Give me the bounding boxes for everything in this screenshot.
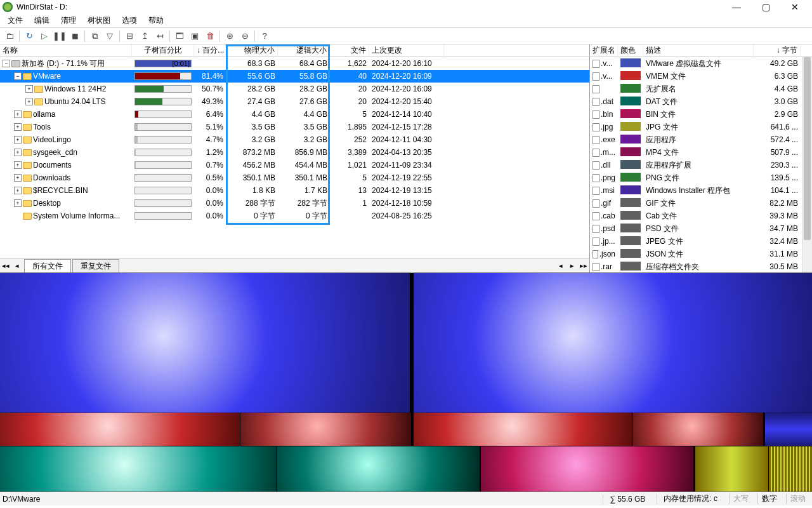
copy-icon[interactable]: ⧉ xyxy=(88,29,102,43)
tree-row[interactable]: −新加卷 (D:) - 71.1% 可用[0:01]68.3 GB68.4 GB… xyxy=(0,57,589,70)
help-icon[interactable]: ? xyxy=(258,29,272,43)
refresh-icon[interactable]: ↻ xyxy=(22,29,36,43)
tree-header-5[interactable]: 文件 xyxy=(330,44,369,57)
treemap-block[interactable] xyxy=(481,446,693,491)
play-icon[interactable]: ▷ xyxy=(37,29,51,43)
stop-icon[interactable]: ◼ xyxy=(68,29,82,43)
ext-row[interactable]: .datDAT 文件3.0 GB xyxy=(590,95,812,108)
expander-icon[interactable]: + xyxy=(14,110,22,118)
tree-row[interactable]: +Downloads0.5%350.1 MB350.1 MB52024-12-1… xyxy=(0,171,589,184)
expand-icon[interactable]: ⊟ xyxy=(122,29,136,43)
tree-header-1[interactable]: 子树百分比 xyxy=(132,44,194,57)
tree-row[interactable]: +ollama6.4%4.4 GB4.4 GB52024-12-14 10:40 xyxy=(0,108,589,121)
menu-2[interactable]: 清理 xyxy=(56,14,81,27)
expander-icon[interactable]: + xyxy=(14,149,22,156)
menu-5[interactable]: 帮助 xyxy=(143,14,169,27)
ext-header-0[interactable]: 扩展名 xyxy=(590,44,618,57)
expander-icon[interactable]: − xyxy=(14,72,22,80)
ext-row[interactable]: 无扩展名4.4 GB xyxy=(590,83,812,95)
menu-0[interactable]: 文件 xyxy=(3,14,28,27)
treemap-block[interactable] xyxy=(0,413,240,446)
treemap-block[interactable] xyxy=(414,413,633,446)
ext-row[interactable]: .v...VMEM 文件6.3 GB xyxy=(590,70,812,83)
expander-icon[interactable]: + xyxy=(25,98,33,105)
ext-row[interactable]: .binBIN 文件2.9 GB xyxy=(590,108,812,121)
expander-icon[interactable]: − xyxy=(3,60,10,67)
ext-header-1[interactable]: 颜色 xyxy=(618,44,643,57)
minimize-button[interactable]: ― xyxy=(722,0,751,14)
tab-scroll-last[interactable]: ▸▸ xyxy=(578,260,589,272)
expander-icon[interactable]: + xyxy=(25,85,33,93)
treemap-block[interactable] xyxy=(240,413,411,446)
cmd-icon[interactable]: ▣ xyxy=(188,29,202,43)
close-button[interactable]: ✕ xyxy=(780,0,809,14)
delete-icon[interactable]: 🗑 xyxy=(203,29,217,43)
tab-scroll-next[interactable]: ▸ xyxy=(566,260,578,272)
ext-body[interactable]: .v...VMware 虚拟磁盘文件49.2 GB.v...VMEM 文件6.3… xyxy=(590,57,812,272)
menu-3[interactable]: 树状图 xyxy=(82,14,115,27)
tree-row[interactable]: +Tools5.1%3.5 GB3.5 GB1,8952024-12-15 17… xyxy=(0,121,589,133)
explorer-icon[interactable]: 🗔 xyxy=(173,29,187,43)
ext-row[interactable]: .m...MP4 文件507.9 ... xyxy=(590,146,812,159)
treemap[interactable] xyxy=(0,273,812,491)
pause-icon[interactable]: ❚❚ xyxy=(53,29,67,43)
ext-row[interactable]: .v...VMware 虚拟磁盘文件49.2 GB xyxy=(590,57,812,70)
tree-row[interactable]: +sysgeek_cdn1.2%873.2 MB856.9 MB3,389202… xyxy=(0,146,589,159)
expander-icon[interactable]: + xyxy=(14,199,22,207)
treemap-block[interactable] xyxy=(765,413,812,446)
treemap-block[interactable] xyxy=(414,273,812,413)
tree-row[interactable]: +Windows 11 24H250.7%28.2 GB28.2 GB20202… xyxy=(0,83,589,95)
zoom-out-icon[interactable]: ⊖ xyxy=(238,29,252,43)
ext-row[interactable]: .rar压缩存档文件夹30.5 MB xyxy=(590,260,812,272)
treemap-block[interactable] xyxy=(0,273,410,413)
tab-all-files[interactable]: 所有文件 xyxy=(24,259,71,273)
nav-up-icon[interactable]: ↥ xyxy=(138,29,152,43)
open-icon[interactable]: 🗀 xyxy=(3,29,16,43)
ext-row[interactable]: .jpgJPG 文件641.6 ... xyxy=(590,121,812,133)
tree-row[interactable]: +Documents0.7%456.2 MB454.4 MB1,0212024-… xyxy=(0,159,589,171)
treemap-block[interactable] xyxy=(277,446,480,491)
maximize-button[interactable]: ▢ xyxy=(751,0,780,14)
treemap-block[interactable] xyxy=(633,413,763,446)
tree-body[interactable]: −新加卷 (D:) - 71.1% 可用[0:01]68.3 GB68.4 GB… xyxy=(0,57,589,258)
tree-row[interactable]: +Desktop0.0%288 字节282 字节12024-12-18 10:5… xyxy=(0,197,589,210)
ext-row[interactable]: .exe应用程序572.4 ... xyxy=(590,133,812,146)
tree-row[interactable]: System Volume Informa...0.0%0 字节0 字节2024… xyxy=(0,210,589,222)
tree-row[interactable]: +VideoLingo4.7%3.2 GB3.2 GB2522024-12-11… xyxy=(0,133,589,146)
ext-row[interactable]: .msiWindows Installer 程序包104.1 ... xyxy=(590,184,812,197)
tree-column-header[interactable]: 名称子树百分比↓ 百分...物理大小逻辑大小文件上次更改 xyxy=(0,44,589,57)
tab-scroll-next-left[interactable]: ◂ xyxy=(555,260,566,272)
treemap-block[interactable] xyxy=(0,446,276,491)
tree-header-6[interactable]: 上次更改 xyxy=(369,44,444,57)
expander-icon[interactable]: + xyxy=(14,187,22,194)
tab-scroll-first[interactable]: ◂◂ xyxy=(0,260,11,272)
menu-4[interactable]: 选项 xyxy=(117,14,142,27)
ext-row[interactable]: .jp...JPEG 文件32.4 MB xyxy=(590,235,812,248)
expander-icon[interactable]: + xyxy=(14,161,22,169)
tree-row[interactable]: −VMware81.4%55.6 GB55.8 GB402024-12-20 1… xyxy=(0,70,589,83)
treemap-block[interactable] xyxy=(695,446,768,491)
tree-row[interactable]: +Ubuntu 24.04 LTS49.3%27.4 GB27.6 GB2020… xyxy=(0,95,589,108)
zoom-in-icon[interactable]: ⊕ xyxy=(223,29,237,43)
ext-row[interactable]: .dll应用程序扩展230.3 ... xyxy=(590,159,812,171)
treemap-block[interactable] xyxy=(769,446,812,491)
ext-scrollbar[interactable] xyxy=(802,57,812,272)
filter-icon[interactable]: ▽ xyxy=(103,29,117,43)
ext-row[interactable]: .cabCab 文件39.3 MB xyxy=(590,210,812,222)
ext-row[interactable]: .jsonJSON 文件31.1 MB xyxy=(590,248,812,260)
tree-header-2[interactable]: ↓ 百分... xyxy=(194,44,226,57)
ext-header-3[interactable]: ↓ 字节 xyxy=(754,44,801,57)
expander-icon[interactable]: + xyxy=(14,123,22,131)
expander-icon[interactable]: + xyxy=(14,136,22,144)
menu-1[interactable]: 编辑 xyxy=(29,14,55,27)
ext-row[interactable]: .psdPSD 文件34.7 MB xyxy=(590,222,812,235)
tree-header-0[interactable]: 名称 xyxy=(0,44,132,57)
tree-row[interactable]: +$RECYCLE.BIN0.0%1.8 KB1.7 KB132024-12-1… xyxy=(0,184,589,197)
expander-icon[interactable]: + xyxy=(14,174,22,182)
tree-header-3[interactable]: 物理大小 xyxy=(226,44,278,57)
ext-row[interactable]: .pngPNG 文件139.5 ... xyxy=(590,171,812,184)
tab-scroll-prev[interactable]: ◂ xyxy=(11,260,23,272)
tab-duplicates[interactable]: 重复文件 xyxy=(72,259,119,273)
ext-column-header[interactable]: 扩展名颜色描述↓ 字节 xyxy=(590,44,812,57)
tree-header-4[interactable]: 逻辑大小 xyxy=(278,44,330,57)
